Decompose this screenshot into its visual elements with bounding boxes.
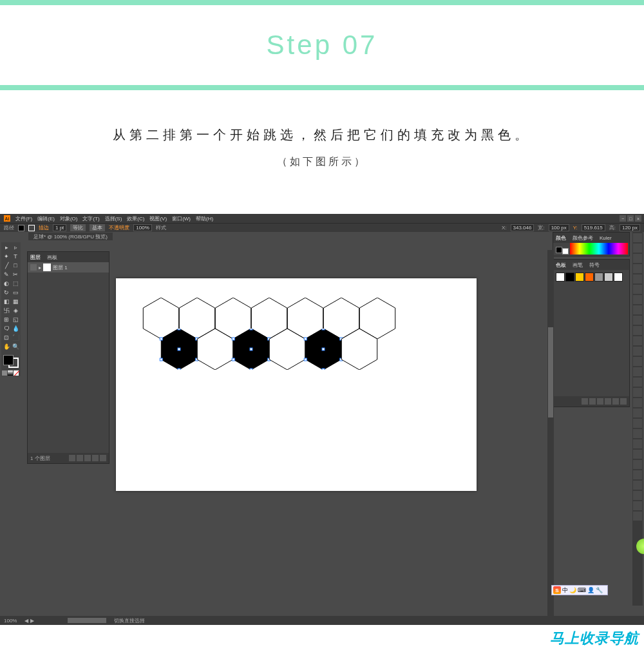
x-input[interactable]: 343.046 — [511, 224, 535, 231]
color-spectrum[interactable] — [570, 243, 628, 254]
y-input[interactable]: 519.615 — [582, 224, 605, 231]
menu-edit[interactable]: 编辑(E) — [37, 215, 55, 222]
dock-icon-4[interactable] — [633, 274, 642, 283]
scrollbar-thumb[interactable] — [548, 327, 553, 417]
tool-14[interactable]: 卐 — [2, 306, 11, 315]
visibility-icon[interactable] — [30, 264, 37, 271]
ime-moon-icon[interactable]: 🌙 — [569, 587, 576, 593]
tool-6[interactable]: ✎ — [2, 270, 11, 279]
dock-icon-6[interactable] — [633, 295, 642, 304]
trash-icon[interactable] — [100, 455, 106, 461]
swatch-6[interactable] — [614, 273, 623, 282]
tool-0[interactable]: ▸ — [2, 243, 11, 252]
tool-2[interactable]: ✦ — [2, 252, 11, 261]
ime-person-icon[interactable]: 👤 — [587, 587, 594, 593]
dock-icon-19[interactable] — [633, 429, 642, 438]
dock-icon-23[interactable] — [633, 470, 642, 479]
opacity-input[interactable]: 100% — [133, 224, 151, 231]
swatch-5[interactable] — [604, 273, 613, 282]
swatch-menu-icon[interactable] — [589, 398, 596, 405]
dock-icon-3[interactable] — [633, 264, 642, 273]
menu-view[interactable]: 视图(V) — [149, 215, 167, 222]
artboard[interactable] — [116, 278, 477, 491]
close-button[interactable]: × — [635, 215, 641, 222]
tool-11[interactable]: ▭ — [11, 288, 20, 297]
swatch-4[interactable] — [594, 273, 603, 282]
mode-gradient-icon[interactable] — [8, 370, 13, 376]
swatch-2[interactable] — [575, 273, 584, 282]
swatch-options-icon[interactable] — [597, 398, 603, 405]
ime-toolbar[interactable]: S 中 🌙 ⌨ 👤 🔧 — [551, 585, 608, 595]
tool-23[interactable]: 🔍 — [11, 342, 20, 351]
swatch-1[interactable] — [565, 273, 574, 282]
dock-icon-2[interactable] — [633, 254, 642, 263]
menu-window[interactable]: 窗口(W) — [172, 215, 191, 222]
tool-4[interactable]: ╱ — [2, 261, 11, 270]
locate-icon[interactable] — [69, 455, 75, 461]
ime-lang[interactable]: 中 — [562, 586, 568, 595]
tool-12[interactable]: ◧ — [2, 297, 11, 306]
tool-13[interactable]: ▦ — [11, 297, 20, 306]
dock-icon-12[interactable] — [633, 357, 642, 366]
dock-icon-7[interactable] — [633, 305, 642, 314]
color-tab[interactable]: 颜色 — [556, 235, 566, 242]
new-swatch-icon[interactable] — [612, 398, 619, 405]
layer-name[interactable]: 图层 1 — [53, 264, 68, 271]
dock-icon-22[interactable] — [633, 460, 642, 469]
symbols-tab[interactable]: 符号 — [589, 262, 600, 269]
brushes-tab[interactable]: 画笔 — [573, 262, 583, 269]
menu-effect[interactable]: 效果(C) — [127, 215, 144, 222]
mode-color-icon[interactable] — [2, 370, 7, 376]
hexagon-row2-1[interactable] — [194, 329, 236, 370]
menu-type[interactable]: 文字(T) — [82, 215, 99, 222]
menu-file[interactable]: 文件(F) — [15, 215, 32, 222]
document-tab[interactable]: 足球* @ 100% (RGB/GPU 预览) — [28, 233, 113, 240]
new-group-icon[interactable] — [605, 398, 611, 405]
tool-9[interactable]: ⬚ — [11, 279, 20, 288]
minimize-button[interactable]: − — [620, 215, 626, 222]
ime-keyboard-icon[interactable]: ⌨ — [578, 587, 586, 593]
dock-icon-1[interactable] — [633, 244, 642, 253]
w-input[interactable]: 100 px — [549, 224, 569, 231]
maximize-button[interactable]: □ — [627, 215, 634, 222]
dock-icon-0[interactable] — [633, 233, 642, 242]
tool-3[interactable]: T — [11, 252, 20, 261]
tool-8[interactable]: ◐ — [2, 279, 11, 288]
layers-tab[interactable]: 图层 — [30, 254, 41, 261]
tool-20[interactable]: ⊡ — [2, 333, 11, 342]
delete-swatch-icon[interactable] — [620, 398, 627, 405]
dock-icon-27[interactable] — [633, 512, 642, 521]
tool-22[interactable]: ✋ — [2, 342, 11, 351]
dock-icon-11[interactable] — [633, 347, 642, 356]
tool-21[interactable]: ⬛ — [11, 333, 20, 342]
color-stroke-icon[interactable] — [562, 248, 569, 254]
stroke-label[interactable]: 描边 — [39, 224, 49, 231]
stroke-swatch-icon[interactable] — [28, 225, 35, 231]
tool-18[interactable]: 🗨 — [2, 324, 11, 333]
stroke-weight-input[interactable]: 1 pt — [53, 224, 66, 231]
dock-icon-16[interactable] — [633, 398, 642, 407]
tool-17[interactable]: ◱ — [11, 315, 20, 324]
nav-arrows[interactable]: ◀ ▶ — [24, 618, 33, 624]
dock-icon-10[interactable] — [633, 336, 642, 345]
swatch-3[interactable] — [585, 273, 594, 282]
hexagon-row2-4[interactable] — [303, 329, 344, 370]
uniform-button[interactable]: 等比 — [70, 224, 86, 231]
dock-icon-13[interactable] — [633, 367, 642, 376]
ime-wrench-icon[interactable]: 🔧 — [596, 587, 603, 593]
tool-19[interactable]: 💧 — [11, 324, 20, 333]
tool-5[interactable]: □ — [11, 261, 20, 270]
new-layer-icon[interactable] — [92, 455, 99, 461]
color-fill-icon[interactable] — [556, 247, 562, 253]
hexagon-row2-3[interactable] — [267, 329, 308, 370]
hexagon-row2-5[interactable] — [339, 329, 380, 370]
swatches-tab[interactable]: 色板 — [556, 262, 566, 269]
tool-7[interactable]: ✂ — [11, 270, 20, 279]
fill-stroke-control[interactable] — [2, 354, 20, 369]
opacity-label[interactable]: 不透明度 — [109, 224, 129, 231]
basic-button[interactable]: 基本 — [90, 224, 105, 231]
swatch-0[interactable] — [556, 273, 565, 282]
menu-help[interactable]: 帮助(H) — [196, 215, 213, 222]
dock-icon-18[interactable] — [633, 419, 642, 428]
dock-icon-25[interactable] — [633, 491, 642, 500]
